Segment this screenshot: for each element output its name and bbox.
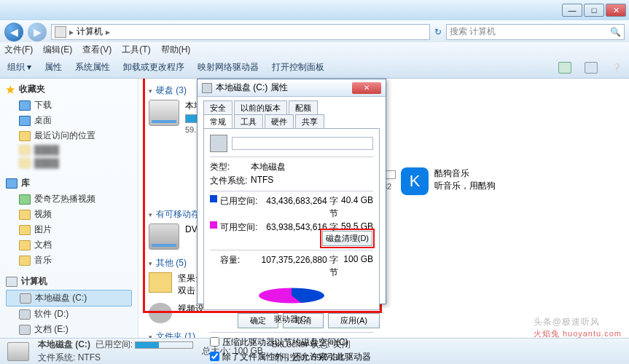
filesystem-value: NTFS: [251, 175, 273, 187]
search-placeholder: 搜索 计算机: [450, 25, 496, 38]
breadcrumb[interactable]: ▸ 计算机 ▸: [51, 24, 430, 40]
dialog-close-button[interactable]: ✕: [352, 82, 381, 94]
capacity-gb: 100 GB: [338, 254, 373, 279]
favorites-group[interactable]: ★收藏夹: [6, 83, 132, 95]
menu-edit[interactable]: 编辑(E): [43, 44, 72, 56]
tab-panel-general: 类型:本地磁盘 文件系统:NTFS 已用空间:43,436,683,264 字节…: [203, 128, 380, 310]
folder-icon: [19, 145, 31, 155]
document-icon: [19, 240, 31, 250]
free-label: 可用空间:: [220, 221, 261, 246]
menu-tools[interactable]: 工具(T): [122, 44, 150, 56]
volume-label-input[interactable]: [232, 137, 373, 150]
free-swatch-icon: [210, 221, 217, 229]
computer-icon: [55, 26, 66, 38]
preview-pane-icon[interactable]: [585, 62, 598, 74]
index-checkbox[interactable]: [210, 352, 219, 361]
sidebar-item-nutstore[interactable]: 坚果云: [6, 337, 132, 338]
filesystem-label: 文件系统:: [210, 175, 251, 187]
sidebar-item-documents[interactable]: 文档: [6, 237, 132, 253]
sidebar-item-videos[interactable]: 视频: [6, 207, 132, 222]
organize-dropdown[interactable]: 组织 ▾: [7, 61, 31, 74]
star-icon: ★: [6, 84, 15, 95]
search-input[interactable]: 搜索 计算机 🔍: [446, 24, 625, 40]
status-fs-value: NTFS: [78, 352, 101, 363]
forward-button[interactable]: ▶: [28, 23, 47, 41]
help-icon[interactable]: ❔: [611, 63, 622, 73]
sidebar-item-music[interactable]: 音乐: [6, 253, 132, 268]
minimize-button[interactable]: —: [562, 4, 582, 17]
uninstall-button[interactable]: 卸载或更改程序: [123, 61, 184, 74]
sidebar-item-iqiyi[interactable]: 爱奇艺热播视频: [6, 191, 132, 207]
menu-view[interactable]: 查看(V): [82, 44, 112, 56]
usage-pie-chart: [259, 282, 324, 311]
dialog-titlebar[interactable]: 本地磁盘 (C:) 属性 ✕: [198, 79, 386, 97]
sidebar-item-drive-d[interactable]: 软件 (D:): [6, 306, 132, 322]
control-panel-button[interactable]: 打开控制面板: [272, 61, 324, 74]
disk-icon: [20, 293, 31, 304]
tab-general[interactable]: 常规: [203, 114, 233, 129]
tab-hardware[interactable]: 硬件: [265, 114, 294, 129]
search-icon[interactable]: 🔍: [610, 27, 621, 37]
properties-button[interactable]: 属性: [44, 61, 62, 74]
toolbar: 组织 ▾ 属性 系统属性 卸载或更改程序 映射网络驱动器 打开控制面板 ❔: [0, 57, 629, 79]
used-gb: 40.4 GB: [338, 195, 373, 220]
breadcrumb-item[interactable]: 计算机: [77, 25, 103, 38]
tab-quota[interactable]: 配额: [289, 100, 318, 115]
menu-file[interactable]: 文件(F): [4, 44, 33, 56]
disk-icon: [19, 309, 31, 320]
properties-dialog: 本地磁盘 (C:) 属性 ✕ 安全 以前的版本 配额 常规 工具 硬件 共享 类…: [197, 79, 386, 304]
status-used-label: 已用空间:: [95, 339, 133, 349]
disk-icon: [7, 342, 29, 361]
navigation-pane: ★收藏夹 下载 桌面 最近访问的位置 ████ ████ 库 爱奇艺热播视频 视…: [0, 79, 138, 338]
disk-icon: [210, 135, 227, 152]
sidebar-item-drive-c[interactable]: 本地磁盘 (C:): [6, 290, 132, 306]
computer-icon: [6, 277, 17, 287]
map-network-button[interactable]: 映射网络驱动器: [198, 61, 259, 74]
sidebar-item-blurred[interactable]: ████: [6, 143, 132, 157]
picture-icon: [19, 225, 31, 235]
drive-label: 驱动器 C:: [210, 314, 373, 325]
sidebar-item-pictures[interactable]: 图片: [6, 222, 132, 237]
dialog-title: 本地磁盘 (C:) 属性: [216, 82, 288, 94]
index-label: 除了文件属性外，还允许索引此驱动器上文件的内容(I): [222, 351, 373, 364]
video-icon: [19, 210, 31, 220]
dvd-icon: [149, 223, 179, 250]
tab-tools[interactable]: 工具: [234, 114, 263, 129]
computer-group[interactable]: 计算机: [6, 275, 132, 288]
chevron-right-icon[interactable]: ▸: [69, 27, 74, 37]
menu-bar: 文件(F) 编辑(E) 查看(V) 工具(T) 帮助(H): [0, 42, 629, 57]
back-button[interactable]: ◀: [4, 23, 23, 41]
tab-security[interactable]: 安全: [203, 100, 233, 115]
refresh-icon[interactable]: ↻: [434, 27, 442, 37]
chevron-right-icon[interactable]: ▸: [106, 27, 110, 37]
libraries-group[interactable]: 库: [6, 177, 132, 189]
maximize-button[interactable]: □: [584, 4, 604, 17]
kugou-item[interactable]: K酷狗音乐听音乐，用酷狗: [401, 167, 525, 195]
compress-checkbox[interactable]: [210, 337, 219, 347]
sidebar-item-recent[interactable]: 最近访问的位置: [6, 128, 132, 143]
watermark: 头条@极速听风 火焰兔 huoyantu.com: [534, 316, 622, 339]
capacity-label: 容量:: [220, 254, 261, 279]
music-icon: [19, 256, 31, 266]
close-button[interactable]: ✕: [606, 4, 626, 17]
used-bytes: 43,436,683,264 字节: [261, 195, 338, 220]
status-drive-name: 本地磁盘 (C:): [38, 339, 90, 349]
sidebar-item-blurred[interactable]: ████: [6, 157, 132, 170]
used-label: 已用空间:: [220, 195, 261, 220]
system-properties-button[interactable]: 系统属性: [75, 61, 110, 74]
tab-previous-versions[interactable]: 以前的版本: [234, 100, 287, 115]
sidebar-item-drive-e[interactable]: 文档 (E:): [6, 322, 132, 337]
sidebar-item-desktop[interactable]: 桌面: [6, 113, 132, 128]
capacity-bytes: 107,375,226,880 字节: [261, 254, 338, 279]
disk-cleanup-button[interactable]: 磁盘清理(D): [322, 231, 372, 246]
view-options-icon[interactable]: [558, 62, 571, 74]
tab-sharing[interactable]: 共享: [295, 114, 324, 129]
library-icon: [6, 178, 17, 189]
desktop-icon: [19, 116, 31, 126]
type-value: 本地磁盘: [251, 161, 286, 173]
menu-help[interactable]: 帮助(H): [161, 44, 191, 56]
folder-icon: [19, 158, 31, 168]
triangle-down-icon: ▾: [149, 333, 152, 339]
download-icon: [19, 100, 31, 111]
sidebar-item-downloads[interactable]: 下载: [6, 98, 132, 113]
